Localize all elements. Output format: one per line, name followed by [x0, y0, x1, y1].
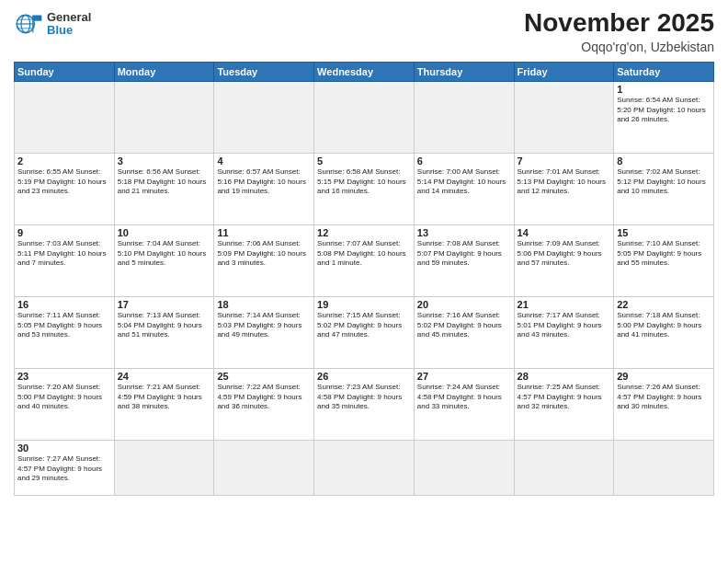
day-cell: [314, 440, 415, 495]
day-cell: 18Sunrise: 7:14 AM Sunset: 5:03 PM Dayli…: [214, 296, 314, 368]
day-cell: 20Sunrise: 7:16 AM Sunset: 5:02 PM Dayli…: [414, 296, 514, 368]
day-cell: 1Sunrise: 6:54 AM Sunset: 5:20 PM Daylig…: [614, 81, 714, 153]
day-header-wednesday: Wednesday: [314, 62, 415, 81]
day-number: 8: [617, 155, 711, 167]
day-info: Sunrise: 7:24 AM Sunset: 4:58 PM Dayligh…: [417, 383, 511, 412]
day-info: Sunrise: 7:20 AM Sunset: 5:00 PM Dayligh…: [17, 383, 111, 412]
day-info: Sunrise: 6:56 AM Sunset: 5:18 PM Dayligh…: [118, 167, 211, 197]
day-number: 24: [118, 371, 211, 382]
day-number: 9: [17, 227, 111, 238]
day-cell: 17Sunrise: 7:13 AM Sunset: 5:04 PM Dayli…: [114, 296, 214, 368]
day-cell: 11Sunrise: 7:06 AM Sunset: 5:09 PM Dayli…: [214, 224, 314, 296]
week-row-2: 2Sunrise: 6:55 AM Sunset: 5:19 PM Daylig…: [15, 153, 714, 224]
week-row-5: 23Sunrise: 7:20 AM Sunset: 5:00 PM Dayli…: [15, 368, 714, 440]
day-number: 20: [417, 299, 511, 310]
day-number: 12: [317, 227, 411, 238]
day-info: Sunrise: 7:09 AM Sunset: 5:06 PM Dayligh…: [518, 239, 611, 269]
month-title: November 2025: [524, 9, 714, 38]
day-info: Sunrise: 6:54 AM Sunset: 5:20 PM Dayligh…: [617, 96, 711, 125]
day-cell: 4Sunrise: 6:57 AM Sunset: 5:16 PM Daylig…: [214, 153, 314, 224]
day-info: Sunrise: 7:08 AM Sunset: 5:07 PM Dayligh…: [417, 239, 511, 269]
logo-text: General Blue: [47, 11, 91, 38]
day-info: Sunrise: 7:21 AM Sunset: 4:59 PM Dayligh…: [118, 383, 211, 412]
day-number: 29: [617, 371, 711, 382]
day-info: Sunrise: 7:04 AM Sunset: 5:10 PM Dayligh…: [118, 239, 211, 269]
day-cell: 28Sunrise: 7:25 AM Sunset: 4:57 PM Dayli…: [514, 368, 614, 440]
day-number: 11: [217, 227, 311, 238]
day-cell: [214, 440, 314, 495]
day-cell: [414, 81, 514, 153]
day-number: 2: [17, 155, 111, 167]
day-info: Sunrise: 7:03 AM Sunset: 5:11 PM Dayligh…: [17, 239, 111, 269]
day-info: Sunrise: 7:13 AM Sunset: 5:04 PM Dayligh…: [118, 311, 211, 340]
calendar-page: General Blue November 2025 Oqqo'rg'on, U…: [0, 0, 728, 563]
day-number: 30: [17, 442, 111, 454]
day-cell: 13Sunrise: 7:08 AM Sunset: 5:07 PM Dayli…: [414, 224, 514, 296]
day-header-sunday: Sunday: [15, 62, 115, 81]
day-cell: 22Sunrise: 7:18 AM Sunset: 5:00 PM Dayli…: [614, 296, 714, 368]
day-cell: 2Sunrise: 6:55 AM Sunset: 5:19 PM Daylig…: [15, 153, 115, 224]
day-header-tuesday: Tuesday: [214, 62, 314, 81]
day-cell: 21Sunrise: 7:17 AM Sunset: 5:01 PM Dayli…: [514, 296, 614, 368]
day-info: Sunrise: 6:58 AM Sunset: 5:15 PM Dayligh…: [317, 167, 411, 197]
day-cell: 7Sunrise: 7:01 AM Sunset: 5:13 PM Daylig…: [514, 153, 614, 224]
week-row-6: 30Sunrise: 7:27 AM Sunset: 4:57 PM Dayli…: [15, 440, 714, 495]
day-cell: [214, 81, 314, 153]
week-row-1: 1Sunrise: 6:54 AM Sunset: 5:20 PM Daylig…: [15, 81, 714, 153]
day-header-saturday: Saturday: [614, 62, 714, 81]
location: Oqqo'rg'on, Uzbekistan: [524, 40, 714, 54]
day-cell: 30Sunrise: 7:27 AM Sunset: 4:57 PM Dayli…: [15, 440, 115, 495]
day-cell: 19Sunrise: 7:15 AM Sunset: 5:02 PM Dayli…: [314, 296, 415, 368]
day-number: 15: [617, 227, 711, 238]
day-cell: [414, 440, 514, 495]
day-info: Sunrise: 7:22 AM Sunset: 4:59 PM Dayligh…: [217, 383, 311, 412]
day-header-monday: Monday: [114, 62, 214, 81]
day-info: Sunrise: 7:11 AM Sunset: 5:05 PM Dayligh…: [17, 311, 111, 340]
day-number: 6: [417, 155, 511, 167]
day-number: 22: [617, 299, 711, 310]
day-number: 25: [217, 371, 311, 382]
day-cell: [514, 81, 614, 153]
logo-blue: Blue: [47, 24, 91, 37]
day-cell: [614, 440, 714, 495]
logo-general: General: [47, 11, 91, 24]
day-cell: 9Sunrise: 7:03 AM Sunset: 5:11 PM Daylig…: [15, 224, 115, 296]
day-number: 13: [417, 227, 511, 238]
day-header-friday: Friday: [514, 62, 614, 81]
day-cell: [114, 440, 214, 495]
day-cell: 26Sunrise: 7:23 AM Sunset: 4:58 PM Dayli…: [314, 368, 415, 440]
day-number: 10: [118, 227, 211, 238]
title-block: November 2025 Oqqo'rg'on, Uzbekistan: [524, 9, 714, 54]
day-cell: 29Sunrise: 7:26 AM Sunset: 4:57 PM Dayli…: [614, 368, 714, 440]
day-cell: 3Sunrise: 6:56 AM Sunset: 5:18 PM Daylig…: [114, 153, 214, 224]
logo-icon: [14, 9, 43, 39]
day-cell: 8Sunrise: 7:02 AM Sunset: 5:12 PM Daylig…: [614, 153, 714, 224]
day-number: 28: [518, 371, 611, 382]
day-info: Sunrise: 7:18 AM Sunset: 5:00 PM Dayligh…: [617, 311, 711, 340]
day-number: 7: [518, 155, 611, 167]
day-info: Sunrise: 7:17 AM Sunset: 5:01 PM Dayligh…: [518, 311, 611, 340]
day-cell: [15, 81, 115, 153]
day-number: 4: [217, 155, 311, 167]
day-info: Sunrise: 7:10 AM Sunset: 5:05 PM Dayligh…: [617, 239, 711, 269]
day-info: Sunrise: 7:15 AM Sunset: 5:02 PM Dayligh…: [317, 311, 411, 340]
day-number: 27: [417, 371, 511, 382]
day-cell: 6Sunrise: 7:00 AM Sunset: 5:14 PM Daylig…: [414, 153, 514, 224]
day-number: 19: [317, 299, 411, 310]
day-number: 5: [317, 155, 411, 167]
days-header-row: SundayMondayTuesdayWednesdayThursdayFrid…: [15, 62, 714, 81]
day-number: 16: [17, 299, 111, 310]
week-row-4: 16Sunrise: 7:11 AM Sunset: 5:05 PM Dayli…: [15, 296, 714, 368]
day-info: Sunrise: 7:23 AM Sunset: 4:58 PM Dayligh…: [317, 383, 411, 412]
day-info: Sunrise: 7:02 AM Sunset: 5:12 PM Dayligh…: [617, 167, 711, 197]
day-info: Sunrise: 7:26 AM Sunset: 4:57 PM Dayligh…: [617, 383, 711, 412]
day-info: Sunrise: 7:00 AM Sunset: 5:14 PM Dayligh…: [417, 167, 511, 197]
day-info: Sunrise: 6:57 AM Sunset: 5:16 PM Dayligh…: [217, 167, 311, 197]
week-row-3: 9Sunrise: 7:03 AM Sunset: 5:11 PM Daylig…: [15, 224, 714, 296]
day-cell: 16Sunrise: 7:11 AM Sunset: 5:05 PM Dayli…: [15, 296, 115, 368]
day-cell: 15Sunrise: 7:10 AM Sunset: 5:05 PM Dayli…: [614, 224, 714, 296]
day-cell: 25Sunrise: 7:22 AM Sunset: 4:59 PM Dayli…: [214, 368, 314, 440]
day-cell: [114, 81, 214, 153]
day-number: 18: [217, 299, 311, 310]
calendar-table: SundayMondayTuesdayWednesdayThursdayFrid…: [14, 62, 714, 496]
